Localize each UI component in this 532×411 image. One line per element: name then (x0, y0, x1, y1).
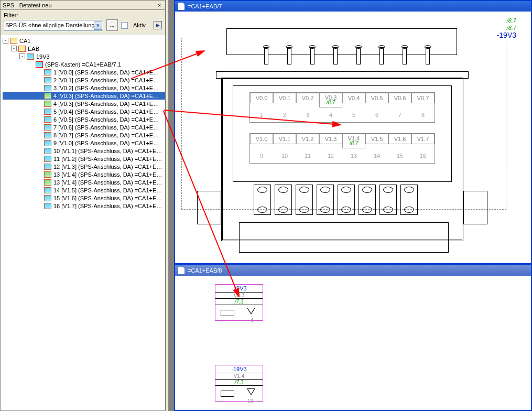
tree-item[interactable]: 13 [V1.4] (SPS-Anschluss, DA) =CA1+E… (3, 170, 165, 178)
collapse-icon[interactable]: - (11, 46, 17, 51)
terminal (317, 185, 334, 215)
connection-icon (44, 132, 51, 138)
terminal (338, 185, 355, 215)
collapse-icon[interactable]: - (3, 38, 8, 44)
tree-location[interactable]: - EAB (3, 45, 165, 52)
tree-root[interactable]: - CA1 (3, 37, 165, 45)
pin (379, 47, 384, 64)
channel-number: 9 (250, 148, 273, 163)
doc1-canvas[interactable]: /8.7 /8.7 -19V3 (176, 13, 530, 262)
device-icon (27, 53, 34, 60)
symbol-ref: /7.3 (215, 298, 263, 305)
channel-cell: V0.3/8.7 (319, 93, 342, 107)
channel-cell: V0.0 (250, 93, 273, 103)
channel-cell: V1.7 (411, 134, 435, 144)
page-references: /8.7 /8.7 -19V3 (497, 17, 516, 39)
pin (356, 47, 361, 64)
connection-icon (44, 77, 51, 83)
doc2-title: =CA1+EAB/8 (188, 267, 222, 274)
tree-item[interactable]: 7 [V0.6] (SPS-Anschluss, DA) =CA1+E… (3, 123, 165, 131)
tree-box[interactable]: (SPS-Kasten) =CA1+EAB/7.1 (3, 60, 165, 68)
tree-item[interactable]: 16 [V1.7] (SPS-Anschluss, DA) =CA1+E… (3, 202, 165, 210)
filter-select[interactable]: SPS-ÜS ohne allpolige Darstellung ▾ (4, 20, 103, 31)
xref-1: /8.7 (497, 17, 516, 24)
schematic-window-2[interactable]: =CA1+EAB/8 -19V3 V0.3 /7.3 4 -19V3 V1.4 … (174, 264, 532, 411)
symbol-number: 4 (250, 318, 253, 323)
tree-item-label: 7 [V0.6] (SPS-Anschluss, DA) =CA1+E… (53, 124, 159, 131)
tree-item[interactable]: 4 [V0.3] (SPS-Anschluss, DA) =CA1+E… (3, 100, 165, 107)
channel-block-top: V0.0V0.1V0.2V0.3/8.7V0.4V0.5V0.6V0.71234… (249, 92, 435, 123)
play-icon[interactable]: ▶ (154, 21, 162, 29)
connection-icon (44, 116, 51, 123)
pin (264, 47, 268, 64)
symbol-name: -19V3 (215, 365, 263, 373)
channel-number: 6 (365, 107, 388, 122)
right-bracket (463, 191, 487, 224)
left-bracket (197, 191, 221, 224)
plc-symbol-1[interactable]: -19V3 V0.3 /7.3 4 (215, 284, 263, 321)
filter-more-button[interactable]: ... (106, 19, 118, 31)
connection-icon (44, 101, 51, 107)
tree-item[interactable]: 9 [V1.0] (SPS-Anschluss, DA) =CA1+E… (3, 139, 165, 147)
tree-item[interactable]: 14 [V1.5] (SPS-Anschluss, DA) =CA1+E… (3, 186, 165, 194)
connection-icon (44, 187, 51, 193)
channel-number: 11 (296, 148, 319, 163)
chevron-down-icon[interactable]: ▾ (94, 21, 102, 30)
tree-item[interactable]: 3 [V0.2] (SPS-Anschluss, DA) =CA1+E… (3, 84, 165, 92)
doc1-title: =CA1+EAB/7 (188, 3, 222, 9)
tree-item[interactable]: 1 [V0.0] (SPS-Anschluss, DA) =CA1+E… (3, 68, 165, 76)
tree-label: 19V3 (36, 53, 50, 60)
connection-icon (44, 195, 51, 201)
channel-cell: V1.2 (296, 134, 319, 144)
tree-item[interactable]: 12 [V1.3] (SPS-Anschluss, DA) =CA1+E… (3, 163, 165, 170)
channel-number: 16 (411, 148, 435, 163)
doc2-canvas[interactable]: -19V3 V0.3 /7.3 4 -19V3 V1.4 /7.3 (176, 277, 530, 409)
tree-item[interactable]: 15 [V1.6] (SPS-Anschluss, DA) =CA1+E… (3, 194, 165, 202)
tree-item[interactable]: 6 [V0.5] (SPS-Anschluss, DA) =CA1+E… (3, 115, 165, 123)
tree-label: CA1 (19, 38, 30, 44)
close-icon[interactable]: × (156, 1, 163, 9)
filter-value: SPS-ÜS ohne allpolige Darstellung (5, 22, 95, 28)
channel-number: 14 (365, 148, 388, 163)
schematic-window-1[interactable]: =CA1+EAB/7 /8.7 /8.7 -19V3 (174, 0, 532, 264)
tree-item[interactable]: 13 [V1.4] (SPS-Anschluss, DA) =CA1+E… (3, 178, 165, 186)
connection-icon (44, 69, 51, 75)
tree-item[interactable]: 8 [V0.7] (SPS-Anschluss, DA) =CA1+E… (3, 131, 165, 139)
tree-item[interactable]: 10 [V1.1] (SPS-Anschluss, DA) =CA1+E… (3, 147, 165, 155)
connection-icon (44, 140, 51, 146)
tree-device[interactable]: - 19V3 (3, 52, 165, 60)
pin (426, 47, 430, 64)
box-icon (36, 61, 43, 68)
channel-number: 10 (273, 148, 296, 163)
tree-item[interactable]: 4 [V0.3] (SPS-Anschluss, DA) =CA1+E… (3, 92, 165, 100)
terminal (379, 185, 397, 215)
connection-icon (44, 164, 51, 170)
channel-number: 3 (296, 107, 319, 122)
editor-area: =CA1+EAB/7 /8.7 /8.7 -19V3 (169, 0, 532, 411)
connection-icon (44, 203, 51, 209)
doc2-titlebar[interactable]: =CA1+EAB/8 (175, 265, 531, 276)
tree-item[interactable]: 11 [V1.2] (SPS-Anschluss, DA) =CA1+E… (3, 155, 165, 163)
filter-label-row: Filter: (1, 10, 165, 19)
symbol-ref: /7.3 (215, 379, 263, 385)
device-tree[interactable]: - CA1 - EAB - 19V3 (SPS-Kasten) =CA1+E (1, 35, 165, 410)
active-checkbox[interactable] (121, 22, 128, 29)
tree-item-label: 4 [V0.3] (SPS-Anschluss, DA) =CA1+E… (53, 93, 159, 99)
connection-icon (44, 93, 51, 99)
doc1-titlebar[interactable]: =CA1+EAB/7 (175, 1, 531, 12)
plc-symbol-2[interactable]: -19V3 V1.4 /7.3 13 (215, 365, 263, 402)
channel-cell: V1.0 (250, 134, 273, 144)
filter-toolbar: SPS-ÜS ohne allpolige Darstellung ▾ ... … (1, 19, 165, 35)
top-rail (216, 71, 469, 79)
channel-cell: V0.1 (273, 93, 296, 103)
terminal (359, 185, 376, 215)
tree-item[interactable]: 5 [V0.4] (SPS-Anschluss, DA) =CA1+E… (3, 107, 165, 115)
connection-icon (44, 171, 51, 178)
collapse-icon[interactable]: - (19, 53, 25, 59)
symbol-body (215, 305, 263, 320)
tree-item-label: 15 [V1.6] (SPS-Anschluss, DA) =CA1+E… (53, 195, 162, 201)
panel-titlebar[interactable]: SPS - Betatest neu × (1, 1, 165, 10)
filter-label: Filter: (4, 12, 18, 18)
tree-item[interactable]: 2 [V0.1] (SPS-Anschluss, DA) =CA1+E… (3, 76, 165, 84)
channel-number: 8 (411, 107, 435, 122)
